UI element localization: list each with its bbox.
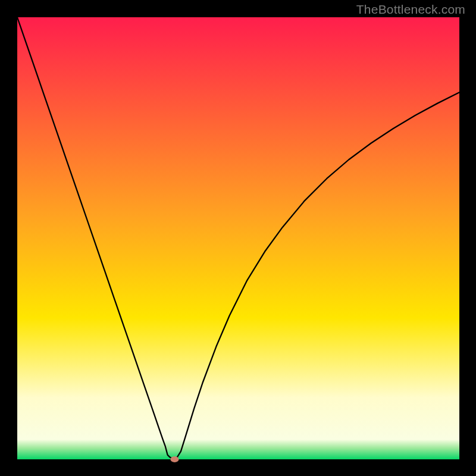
watermark-text: TheBottleneck.com [356,2,465,17]
bottleneck-chart [0,0,476,476]
optimal-point-marker [171,456,179,462]
chart-plot-area [17,17,459,459]
chart-container: TheBottleneck.com [0,0,476,476]
